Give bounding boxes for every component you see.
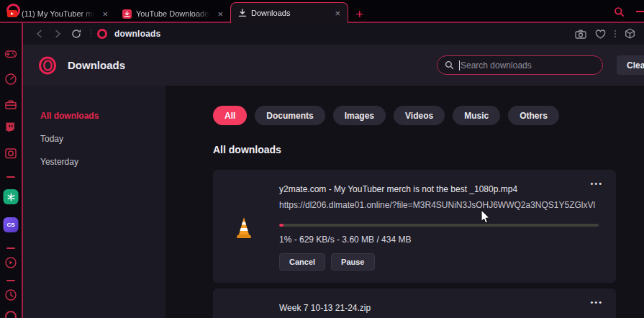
reload-icon[interactable]: [69, 27, 83, 41]
download-title: y2mate.com - My YouTuber merch is not th…: [279, 184, 517, 194]
back-icon[interactable]: [32, 27, 46, 41]
download-red-favicon-icon: [122, 9, 132, 19]
forward-icon[interactable]: [50, 27, 65, 41]
opera-gx-window: (11) My YouTuber merch is × YouTube Down…: [0, 0, 644, 318]
downloads-page-header: Downloads Clear downloads: [23, 45, 644, 86]
overflow-menu-icon[interactable]: •••: [590, 180, 603, 188]
tab-label: Downloads: [251, 9, 329, 17]
progress-fill: [279, 224, 284, 227]
filter-videos[interactable]: Videos: [394, 106, 445, 125]
filter-documents[interactable]: Documents: [255, 106, 325, 125]
chatgpt-icon[interactable]: [4, 189, 19, 204]
search-icon: [445, 60, 454, 70]
filter-images[interactable]: Images: [333, 106, 386, 125]
gamepad-icon[interactable]: [4, 47, 18, 61]
twitch-icon[interactable]: [4, 121, 18, 135]
addressbar-dots-divider: [614, 30, 616, 37]
tab-label: YouTube Downloader - Dow: [136, 9, 212, 18]
clear-downloads-button[interactable]: Clear downloads: [617, 55, 644, 75]
close-tab-icon[interactable]: ×: [216, 9, 225, 19]
overflow-menu-icon[interactable]: •••: [590, 299, 603, 306]
new-tab-button[interactable]: +: [348, 7, 363, 23]
text-caret: [459, 60, 460, 71]
play-circle-icon[interactable]: [4, 255, 18, 270]
downloads-main: All Documents Images Videos Music Others…: [165, 86, 644, 318]
tab-youtube-downloader[interactable]: YouTube Downloader - Dow ×: [115, 4, 230, 23]
download-item-zip: Week 7 10-13 21-24.zip •••: [213, 289, 616, 318]
filter-all[interactable]: All: [213, 106, 247, 125]
download-title: Week 7 10-13 21-24.zip: [279, 303, 371, 313]
minimize-window-icon[interactable]: [636, 11, 644, 12]
download-status: 1% - 629 KB/s - 3.60 MB / 434 MB: [279, 235, 411, 245]
nav-item-yesterday[interactable]: Yesterday: [23, 150, 165, 173]
speedometer-icon[interactable]: [4, 72, 18, 86]
opera-site-icon: [97, 29, 107, 39]
nav-item-today[interactable]: Today: [23, 127, 165, 150]
history-clock-icon[interactable]: [4, 288, 18, 302]
nav-item-all-downloads[interactable]: All downloads: [23, 104, 165, 127]
filter-music[interactable]: Music: [453, 106, 500, 125]
tab-youtube[interactable]: (11) My YouTuber merch is ×: [0, 4, 115, 23]
tab-strip: (11) My YouTuber merch is × YouTube Down…: [0, 0, 644, 23]
bookmark-heart-icon[interactable]: [595, 29, 606, 39]
extensions-cube-icon[interactable]: [625, 28, 635, 40]
vlc-cone-icon: [233, 216, 255, 239]
addressbar-divider: [91, 29, 91, 38]
opera-logo-icon: [37, 55, 58, 76]
pause-button[interactable]: Pause: [331, 253, 374, 271]
tab-label: (11) My YouTuber merch is: [22, 9, 96, 18]
sidebar-divider: [6, 176, 15, 178]
download-favicon-icon: [238, 9, 247, 17]
cancel-button[interactable]: Cancel: [279, 253, 325, 271]
tabstrip-right-controls: [614, 0, 644, 23]
snapshot-camera-icon[interactable]: [575, 29, 586, 39]
page-title: Downloads: [68, 59, 125, 71]
close-tab-icon[interactable]: ×: [333, 9, 342, 18]
close-tab-icon[interactable]: ×: [101, 9, 109, 19]
sidebar-divider: [6, 280, 15, 281]
section-title: All downloads: [213, 144, 644, 155]
chatsonic-cs-icon[interactable]: CS: [4, 217, 19, 232]
search-icon[interactable]: [614, 6, 625, 17]
address-bar: downloads: [23, 23, 644, 45]
download-item-mp4: y2mate.com - My YouTuber merch is not th…: [213, 170, 616, 283]
filter-pills: All Documents Images Videos Music Others: [213, 106, 644, 125]
mods-toolbox-icon[interactable]: [4, 97, 18, 112]
downloads-side-nav: All downloads Today Yesterday: [23, 86, 165, 318]
sidebar-divider: [6, 247, 15, 249]
progress-bar: [279, 224, 599, 227]
url-field[interactable]: downloads: [114, 29, 160, 39]
filter-others[interactable]: Others: [508, 106, 559, 125]
search-downloads-input[interactable]: [461, 60, 595, 71]
search-downloads-box[interactable]: [437, 55, 603, 75]
youtube-favicon-icon: [7, 10, 17, 17]
gx-sidebar: CS: [0, 23, 23, 318]
download-url[interactable]: https://dl206.dlmate01.online/?file=M3R4…: [279, 200, 596, 210]
sidebar-partial-icon[interactable]: [5, 311, 17, 318]
tab-downloads[interactable]: Downloads ×: [230, 2, 348, 23]
aria-ai-icon[interactable]: [4, 146, 18, 160]
